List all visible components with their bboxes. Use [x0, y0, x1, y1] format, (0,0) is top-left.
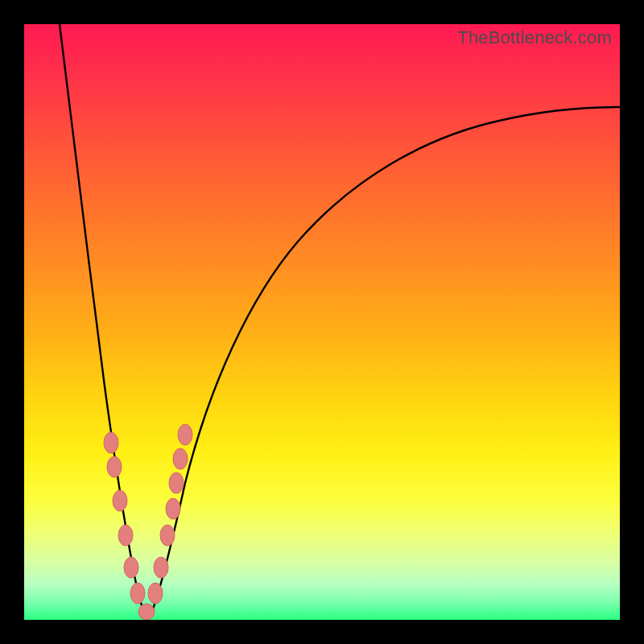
- svg-point-6: [138, 604, 155, 620]
- svg-point-9: [160, 525, 175, 546]
- svg-point-10: [166, 498, 180, 519]
- svg-point-5: [130, 583, 145, 604]
- curve-right-branch: [149, 107, 620, 618]
- svg-point-12: [173, 448, 188, 469]
- svg-point-0: [104, 432, 118, 453]
- svg-point-7: [148, 583, 163, 604]
- svg-point-4: [124, 557, 138, 578]
- svg-point-3: [118, 525, 133, 546]
- optimal-beads: [104, 424, 192, 620]
- bottleneck-curve: [24, 24, 620, 620]
- svg-point-13: [178, 424, 192, 445]
- svg-point-11: [169, 473, 184, 493]
- plot-area: TheBottleneck.com: [24, 24, 620, 620]
- svg-point-1: [107, 456, 122, 477]
- svg-point-2: [113, 490, 127, 511]
- chart-frame: TheBottleneck.com: [0, 0, 644, 644]
- curve-left-branch: [60, 24, 149, 618]
- svg-point-8: [154, 557, 168, 578]
